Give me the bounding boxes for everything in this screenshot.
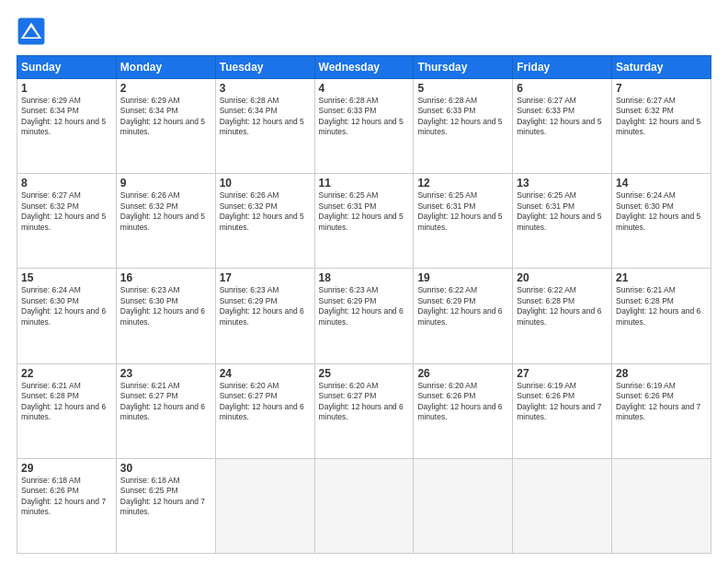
day-info: Sunrise: 6:21 AM Sunset: 6:28 PM Dayligh… xyxy=(21,381,112,423)
day-number: 5 xyxy=(417,82,508,95)
table-row: 8 Sunrise: 6:27 AM Sunset: 6:32 PM Dayli… xyxy=(17,174,117,269)
day-info: Sunrise: 6:25 AM Sunset: 6:31 PM Dayligh… xyxy=(417,190,508,233)
day-info: Sunrise: 6:25 AM Sunset: 6:31 PM Dayligh… xyxy=(319,190,410,233)
day-info: Sunrise: 6:26 AM Sunset: 6:32 PM Dayligh… xyxy=(220,190,311,233)
day-number: 18 xyxy=(319,271,410,284)
day-info: Sunrise: 6:23 AM Sunset: 6:29 PM Dayligh… xyxy=(220,285,311,327)
col-saturday: Saturday xyxy=(612,56,711,79)
calendar-header-row: Sunday Monday Tuesday Wednesday Thursday… xyxy=(17,56,711,79)
table-row: 26 Sunrise: 6:20 AM Sunset: 6:26 PM Dayl… xyxy=(414,363,513,458)
empty-cell xyxy=(215,458,314,553)
day-info: Sunrise: 6:19 AM Sunset: 6:26 PM Dayligh… xyxy=(616,381,707,423)
day-info: Sunrise: 6:22 AM Sunset: 6:29 PM Dayligh… xyxy=(417,285,508,327)
page: Sunday Monday Tuesday Wednesday Thursday… xyxy=(0,0,728,563)
day-number: 2 xyxy=(120,82,211,95)
col-wednesday: Wednesday xyxy=(314,56,414,79)
table-row: 30 Sunrise: 6:18 AM Sunset: 6:25 PM Dayl… xyxy=(116,458,215,553)
table-row: 17 Sunrise: 6:23 AM Sunset: 6:29 PM Dayl… xyxy=(215,269,314,363)
col-monday: Monday xyxy=(116,56,215,79)
day-number: 21 xyxy=(616,271,707,284)
day-number: 6 xyxy=(517,82,608,95)
day-info: Sunrise: 6:24 AM Sunset: 6:30 PM Dayligh… xyxy=(616,190,707,233)
table-row: 1 Sunrise: 6:29 AM Sunset: 6:34 PM Dayli… xyxy=(17,79,117,174)
table-row: 13 Sunrise: 6:25 AM Sunset: 6:31 PM Dayl… xyxy=(513,174,612,269)
day-number: 13 xyxy=(517,177,608,190)
day-number: 14 xyxy=(616,177,707,190)
day-info: Sunrise: 6:29 AM Sunset: 6:34 PM Dayligh… xyxy=(21,96,112,138)
table-row: 6 Sunrise: 6:27 AM Sunset: 6:33 PM Dayli… xyxy=(513,79,612,174)
day-info: Sunrise: 6:28 AM Sunset: 6:33 PM Dayligh… xyxy=(417,96,508,138)
col-friday: Friday xyxy=(513,56,612,79)
day-number: 11 xyxy=(319,177,410,190)
table-row: 28 Sunrise: 6:19 AM Sunset: 6:26 PM Dayl… xyxy=(612,363,711,458)
day-number: 28 xyxy=(616,367,707,380)
day-info: Sunrise: 6:21 AM Sunset: 6:27 PM Dayligh… xyxy=(120,381,211,423)
day-number: 1 xyxy=(21,82,112,95)
day-info: Sunrise: 6:28 AM Sunset: 6:34 PM Dayligh… xyxy=(220,96,311,138)
table-row: 16 Sunrise: 6:23 AM Sunset: 6:30 PM Dayl… xyxy=(116,269,215,363)
day-info: Sunrise: 6:29 AM Sunset: 6:34 PM Dayligh… xyxy=(120,96,211,138)
day-info: Sunrise: 6:23 AM Sunset: 6:30 PM Dayligh… xyxy=(120,285,211,327)
col-thursday: Thursday xyxy=(414,56,513,79)
day-number: 23 xyxy=(120,367,211,380)
day-info: Sunrise: 6:27 AM Sunset: 6:32 PM Dayligh… xyxy=(616,96,707,138)
col-tuesday: Tuesday xyxy=(215,56,314,79)
day-number: 20 xyxy=(517,271,608,284)
table-row: 25 Sunrise: 6:20 AM Sunset: 6:27 PM Dayl… xyxy=(314,363,414,458)
day-info: Sunrise: 6:27 AM Sunset: 6:32 PM Dayligh… xyxy=(21,190,112,233)
table-row: 7 Sunrise: 6:27 AM Sunset: 6:32 PM Dayli… xyxy=(612,79,711,174)
table-row: 19 Sunrise: 6:22 AM Sunset: 6:29 PM Dayl… xyxy=(414,269,513,363)
calendar-week-row: 15 Sunrise: 6:24 AM Sunset: 6:30 PM Dayl… xyxy=(17,269,711,363)
table-row: 5 Sunrise: 6:28 AM Sunset: 6:33 PM Dayli… xyxy=(414,79,513,174)
day-number: 30 xyxy=(120,462,211,475)
day-number: 7 xyxy=(616,82,707,95)
day-number: 16 xyxy=(120,271,211,284)
day-number: 29 xyxy=(21,462,112,475)
day-info: Sunrise: 6:22 AM Sunset: 6:28 PM Dayligh… xyxy=(517,285,608,327)
day-info: Sunrise: 6:18 AM Sunset: 6:25 PM Dayligh… xyxy=(120,476,211,518)
day-number: 12 xyxy=(417,177,508,190)
day-number: 27 xyxy=(517,367,608,380)
table-row: 29 Sunrise: 6:18 AM Sunset: 6:26 PM Dayl… xyxy=(17,458,117,553)
day-number: 22 xyxy=(21,367,112,380)
calendar-week-row: 8 Sunrise: 6:27 AM Sunset: 6:32 PM Dayli… xyxy=(17,174,711,269)
calendar-week-row: 22 Sunrise: 6:21 AM Sunset: 6:28 PM Dayl… xyxy=(17,363,711,458)
table-row: 2 Sunrise: 6:29 AM Sunset: 6:34 PM Dayli… xyxy=(116,79,215,174)
header xyxy=(17,17,711,46)
day-info: Sunrise: 6:20 AM Sunset: 6:27 PM Dayligh… xyxy=(220,381,311,423)
table-row: 20 Sunrise: 6:22 AM Sunset: 6:28 PM Dayl… xyxy=(513,269,612,363)
table-row: 22 Sunrise: 6:21 AM Sunset: 6:28 PM Dayl… xyxy=(17,363,117,458)
day-number: 26 xyxy=(417,367,508,380)
table-row: 24 Sunrise: 6:20 AM Sunset: 6:27 PM Dayl… xyxy=(215,363,314,458)
table-row: 18 Sunrise: 6:23 AM Sunset: 6:29 PM Dayl… xyxy=(314,269,414,363)
day-number: 24 xyxy=(220,367,311,380)
day-number: 10 xyxy=(220,177,311,190)
empty-cell xyxy=(612,458,711,553)
logo xyxy=(17,17,50,46)
empty-cell xyxy=(513,458,612,553)
table-row: 4 Sunrise: 6:28 AM Sunset: 6:33 PM Dayli… xyxy=(314,79,414,174)
calendar-week-row: 1 Sunrise: 6:29 AM Sunset: 6:34 PM Dayli… xyxy=(17,79,711,174)
empty-cell xyxy=(314,458,414,553)
table-row: 3 Sunrise: 6:28 AM Sunset: 6:34 PM Dayli… xyxy=(215,79,314,174)
table-row: 9 Sunrise: 6:26 AM Sunset: 6:32 PM Dayli… xyxy=(116,174,215,269)
col-sunday: Sunday xyxy=(17,56,117,79)
calendar-table: Sunday Monday Tuesday Wednesday Thursday… xyxy=(17,55,711,554)
day-number: 19 xyxy=(417,271,508,284)
day-info: Sunrise: 6:26 AM Sunset: 6:32 PM Dayligh… xyxy=(120,190,211,233)
logo-icon xyxy=(17,17,46,46)
table-row: 12 Sunrise: 6:25 AM Sunset: 6:31 PM Dayl… xyxy=(414,174,513,269)
table-row: 23 Sunrise: 6:21 AM Sunset: 6:27 PM Dayl… xyxy=(116,363,215,458)
day-info: Sunrise: 6:25 AM Sunset: 6:31 PM Dayligh… xyxy=(517,190,608,233)
day-info: Sunrise: 6:20 AM Sunset: 6:26 PM Dayligh… xyxy=(417,381,508,423)
calendar-week-row: 29 Sunrise: 6:18 AM Sunset: 6:26 PM Dayl… xyxy=(17,458,711,553)
day-number: 9 xyxy=(120,177,211,190)
day-info: Sunrise: 6:27 AM Sunset: 6:33 PM Dayligh… xyxy=(517,96,608,138)
day-number: 15 xyxy=(21,271,112,284)
table-row: 14 Sunrise: 6:24 AM Sunset: 6:30 PM Dayl… xyxy=(612,174,711,269)
table-row: 10 Sunrise: 6:26 AM Sunset: 6:32 PM Dayl… xyxy=(215,174,314,269)
day-number: 8 xyxy=(21,177,112,190)
day-number: 3 xyxy=(220,82,311,95)
day-info: Sunrise: 6:21 AM Sunset: 6:28 PM Dayligh… xyxy=(616,285,707,327)
table-row: 11 Sunrise: 6:25 AM Sunset: 6:31 PM Dayl… xyxy=(314,174,414,269)
